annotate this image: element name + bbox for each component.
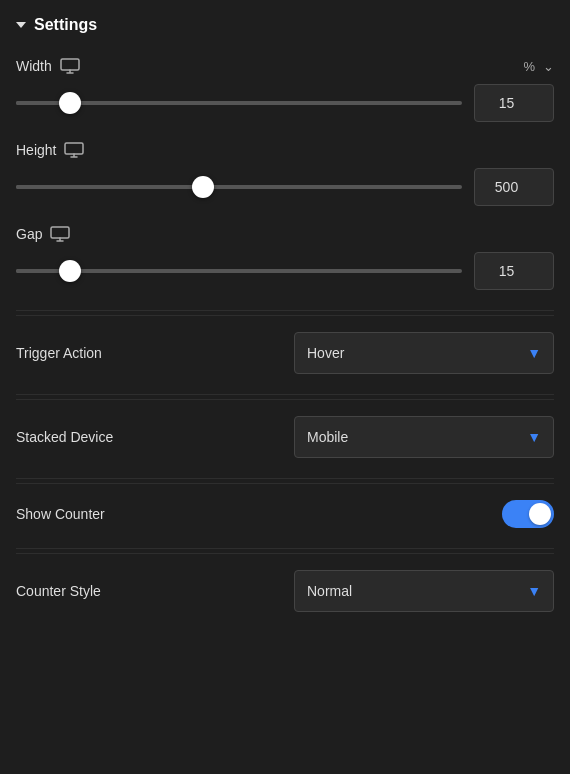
- gap-label-group: Gap: [16, 226, 70, 242]
- trigger-action-value: Hover: [307, 345, 344, 361]
- stacked-device-dropdown[interactable]: Mobile ▼: [294, 416, 554, 458]
- height-label-group: Height: [16, 142, 84, 158]
- trigger-action-dropdown[interactable]: Hover ▼: [294, 332, 554, 374]
- counter-style-chevron-icon: ▼: [527, 583, 541, 599]
- settings-title: Settings: [34, 16, 97, 34]
- divider-3: [16, 478, 554, 479]
- width-unit-label: %: [523, 59, 535, 74]
- stacked-device-label: Stacked Device: [16, 429, 113, 445]
- width-slider-row: [16, 84, 554, 122]
- height-slider-track: [16, 185, 462, 189]
- show-counter-label: Show Counter: [16, 506, 105, 522]
- counter-style-value: Normal: [307, 583, 352, 599]
- height-monitor-icon: [64, 142, 84, 158]
- gap-slider-track: [16, 269, 462, 273]
- stacked-device-chevron-icon: ▼: [527, 429, 541, 445]
- svg-rect-2: [51, 227, 69, 238]
- counter-style-label: Counter Style: [16, 583, 101, 599]
- height-label: Height: [16, 142, 56, 158]
- collapse-icon[interactable]: [16, 22, 26, 28]
- width-unit-selector[interactable]: % ⌄: [523, 59, 554, 74]
- divider-4: [16, 548, 554, 549]
- width-slider-track: [16, 101, 462, 105]
- counter-style-row: Counter Style Normal ▼: [16, 553, 554, 628]
- show-counter-row: Show Counter: [16, 483, 554, 544]
- width-slider-thumb[interactable]: [59, 92, 81, 114]
- width-label: Width: [16, 58, 52, 74]
- height-slider-fill: [16, 185, 203, 189]
- settings-header: Settings: [16, 16, 554, 34]
- stacked-device-row: Stacked Device Mobile ▼: [16, 399, 554, 474]
- width-input[interactable]: [474, 84, 554, 122]
- svg-rect-1: [65, 143, 83, 154]
- divider-1: [16, 310, 554, 311]
- divider-2: [16, 394, 554, 395]
- gap-input[interactable]: [474, 252, 554, 290]
- svg-rect-0: [61, 59, 79, 70]
- trigger-action-label: Trigger Action: [16, 345, 102, 361]
- trigger-action-row: Trigger Action Hover ▼: [16, 315, 554, 390]
- counter-style-dropdown[interactable]: Normal ▼: [294, 570, 554, 612]
- width-label-group: Width: [16, 58, 80, 74]
- stacked-device-value: Mobile: [307, 429, 348, 445]
- width-slider-wrapper[interactable]: [16, 91, 462, 115]
- width-monitor-icon: [60, 58, 80, 74]
- height-slider-wrapper[interactable]: [16, 175, 462, 199]
- unit-chevron-icon: ⌄: [543, 59, 554, 74]
- height-input[interactable]: [474, 168, 554, 206]
- toggle-thumb: [529, 503, 551, 525]
- gap-monitor-icon: [50, 226, 70, 242]
- height-slider-thumb[interactable]: [192, 176, 214, 198]
- gap-slider-row: [16, 252, 554, 290]
- show-counter-toggle[interactable]: [502, 500, 554, 528]
- gap-slider-wrapper[interactable]: [16, 259, 462, 283]
- width-setting: Width % ⌄: [16, 58, 554, 122]
- trigger-action-chevron-icon: ▼: [527, 345, 541, 361]
- gap-slider-thumb[interactable]: [59, 260, 81, 282]
- gap-setting: Gap: [16, 226, 554, 290]
- height-slider-row: [16, 168, 554, 206]
- gap-label: Gap: [16, 226, 42, 242]
- height-setting: Height: [16, 142, 554, 206]
